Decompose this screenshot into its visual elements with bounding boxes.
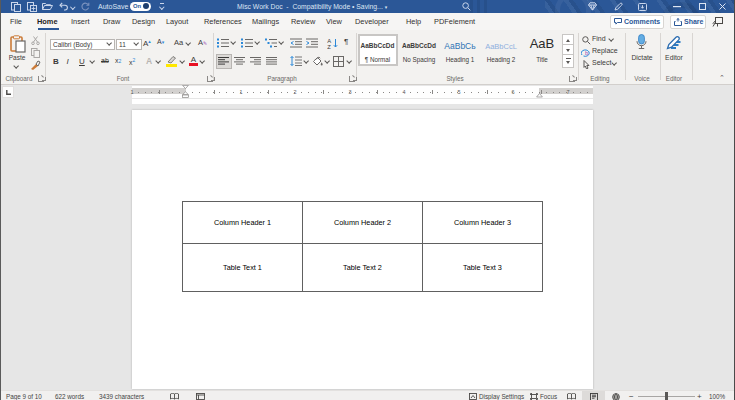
svg-text:Z: Z — [327, 44, 331, 49]
